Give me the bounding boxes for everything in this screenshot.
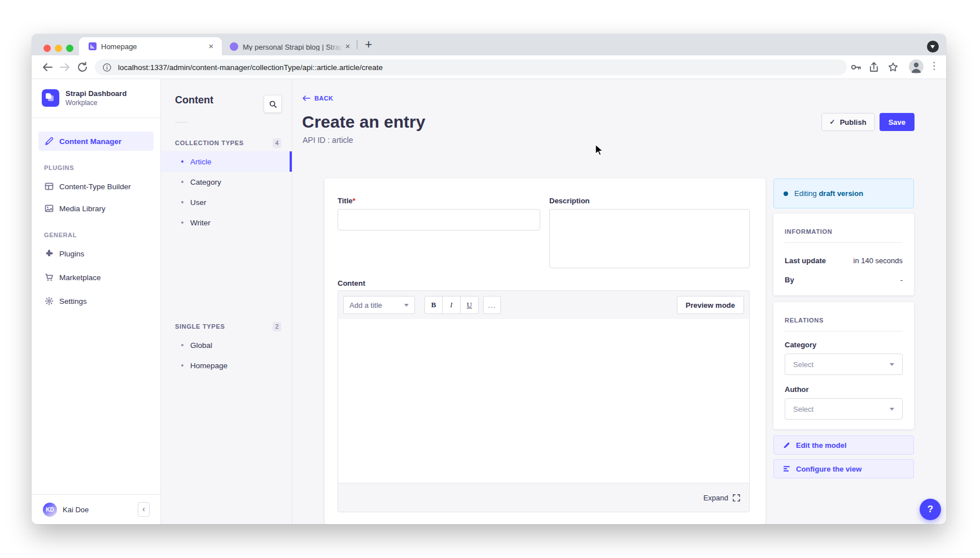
tab-homepage[interactable]: Homepage × xyxy=(79,37,222,55)
tab-search-button[interactable] xyxy=(927,41,939,53)
collection-types-section: COLLECTION TYPES 4 Article Category xyxy=(161,138,292,233)
window-controls xyxy=(43,45,73,52)
publish-button[interactable]: ✓ Publish xyxy=(821,113,875,131)
url-text: localhost:1337/admin/content-manager/col… xyxy=(118,63,383,72)
pen-icon xyxy=(44,137,54,146)
user-avatar[interactable]: KD xyxy=(43,503,57,517)
last-update-value: in 140 seconds xyxy=(854,256,903,265)
sidebar-menu: Content Manager PLUGINS Content-Type Bui… xyxy=(32,118,160,311)
bullet-icon xyxy=(181,221,183,224)
tab-close-icon[interactable]: × xyxy=(343,41,353,51)
expand-label[interactable]: Expand xyxy=(703,494,728,502)
check-icon: ✓ xyxy=(830,118,835,126)
collapse-sidebar-button[interactable]: ‹ xyxy=(138,502,150,517)
password-key-icon[interactable] xyxy=(849,60,863,74)
header-actions: ✓ Publish Save xyxy=(821,113,915,131)
sidebar-item-plugins[interactable]: Plugins xyxy=(38,244,154,263)
configure-view-button[interactable]: Configure the view xyxy=(773,459,914,478)
title-input[interactable] xyxy=(338,209,540,230)
more-formats-button[interactable]: ... xyxy=(483,296,501,314)
sidebar-section-plugins: PLUGINS xyxy=(44,164,148,171)
section-label: COLLECTION TYPES xyxy=(175,140,244,146)
bold-button[interactable]: B xyxy=(425,296,443,314)
by-label: By xyxy=(785,276,794,284)
italic-button[interactable]: I xyxy=(443,296,461,314)
single-types-list: Global Homepage xyxy=(161,335,292,376)
bullet-icon xyxy=(181,344,183,346)
subnav-item-category[interactable]: Category xyxy=(161,172,292,192)
browser-menu-icon[interactable]: ⋮ xyxy=(929,60,938,72)
brand-subtitle: Workplace xyxy=(65,99,126,107)
category-select[interactable]: Select xyxy=(785,354,903,375)
browser-window: Homepage × My personal Strapi blog | Str… xyxy=(32,34,946,524)
save-label: Save xyxy=(889,118,905,127)
sidebar-item-label: Settings xyxy=(59,297,87,306)
reload-icon[interactable] xyxy=(76,60,89,74)
screen: Homepage × My personal Strapi blog | Str… xyxy=(0,0,980,558)
minimize-window-button[interactable] xyxy=(55,45,62,52)
browser-toolbar: localhost:1337/admin/content-manager/col… xyxy=(32,55,946,79)
section-count-badge: 2 xyxy=(273,322,281,332)
expand-icon[interactable] xyxy=(733,494,740,502)
draft-status-text: Editing draft version xyxy=(794,189,863,198)
sidebar-item-marketplace[interactable]: Marketplace xyxy=(38,268,154,287)
forward-nav-icon[interactable] xyxy=(58,60,72,74)
preview-mode-button[interactable]: Preview mode xyxy=(677,296,744,314)
description-textarea[interactable] xyxy=(549,209,750,268)
by-row: By - xyxy=(785,276,903,284)
back-nav-icon[interactable] xyxy=(41,60,54,74)
address-bar[interactable]: localhost:1337/admin/content-manager/col… xyxy=(95,59,847,75)
subnav-title: Content xyxy=(175,94,213,106)
sidebar-footer: KD Kai Doe ‹ xyxy=(32,494,160,524)
tab-strapi-blog[interactable]: My personal Strapi blog | Strap × xyxy=(222,37,356,55)
author-select-placeholder: Select xyxy=(793,405,813,413)
subnav-item-homepage[interactable]: Homepage xyxy=(161,355,292,376)
back-link[interactable]: BACK xyxy=(303,95,333,102)
subnav-item-article[interactable]: Article xyxy=(161,151,292,172)
bullet-icon xyxy=(181,160,183,163)
information-label: INFORMATION xyxy=(785,228,903,235)
chevron-down-icon xyxy=(404,304,409,307)
strapi-favicon-icon xyxy=(89,42,97,50)
required-asterisk: * xyxy=(353,197,356,205)
edit-model-label: Edit the model xyxy=(796,441,847,450)
tab-close-icon[interactable]: × xyxy=(206,41,216,51)
tab-title: Homepage xyxy=(101,42,206,51)
back-label: BACK xyxy=(314,95,333,102)
status-dot-icon xyxy=(784,191,788,196)
save-button[interactable]: Save xyxy=(880,113,915,131)
heading-select[interactable]: Add a title xyxy=(343,296,415,314)
sidebar-item-settings[interactable]: Settings xyxy=(38,291,154,311)
sidebar-item-media-library[interactable]: Media Library xyxy=(38,199,154,218)
zoom-window-button[interactable] xyxy=(66,45,73,52)
strapi-logo xyxy=(42,89,59,107)
edit-model-button[interactable]: Edit the model xyxy=(773,435,914,455)
strapi-app: Strapi Dashboard Workplace Content Manag… xyxy=(32,79,946,524)
bookmark-star-icon[interactable] xyxy=(886,60,900,74)
content-label: Content xyxy=(338,279,750,287)
help-button[interactable]: ? xyxy=(920,499,941,520)
subnav-item-global[interactable]: Global xyxy=(161,335,292,355)
editor-textarea[interactable] xyxy=(338,319,749,483)
site-info-icon[interactable] xyxy=(103,63,111,72)
description-field: Description xyxy=(549,197,750,271)
sidebar-item-label: Plugins xyxy=(59,250,84,258)
subnav-divider xyxy=(175,122,189,123)
new-tab-button[interactable]: + xyxy=(360,37,377,54)
subnav-item-writer[interactable]: Writer xyxy=(161,212,292,233)
underline-button[interactable]: U xyxy=(461,296,479,314)
gear-icon xyxy=(44,297,54,306)
draft-emphasis: draft version xyxy=(819,189,863,198)
brand-block[interactable]: Strapi Dashboard Workplace xyxy=(32,79,160,118)
subnav-item-user[interactable]: User xyxy=(161,192,292,212)
search-button[interactable] xyxy=(264,95,282,113)
sidebar-item-content-manager[interactable]: Content Manager xyxy=(38,132,154,151)
collection-types-header: COLLECTION TYPES 4 xyxy=(161,138,292,148)
close-window-button[interactable] xyxy=(43,45,51,52)
browser-profile-avatar[interactable] xyxy=(909,59,924,74)
last-update-row: Last update in 140 seconds xyxy=(785,256,903,265)
layout-icon xyxy=(44,182,54,191)
author-select[interactable]: Select xyxy=(785,398,903,420)
sidebar-item-content-type-builder[interactable]: Content-Type Builder xyxy=(38,177,154,196)
share-icon[interactable] xyxy=(867,60,881,74)
